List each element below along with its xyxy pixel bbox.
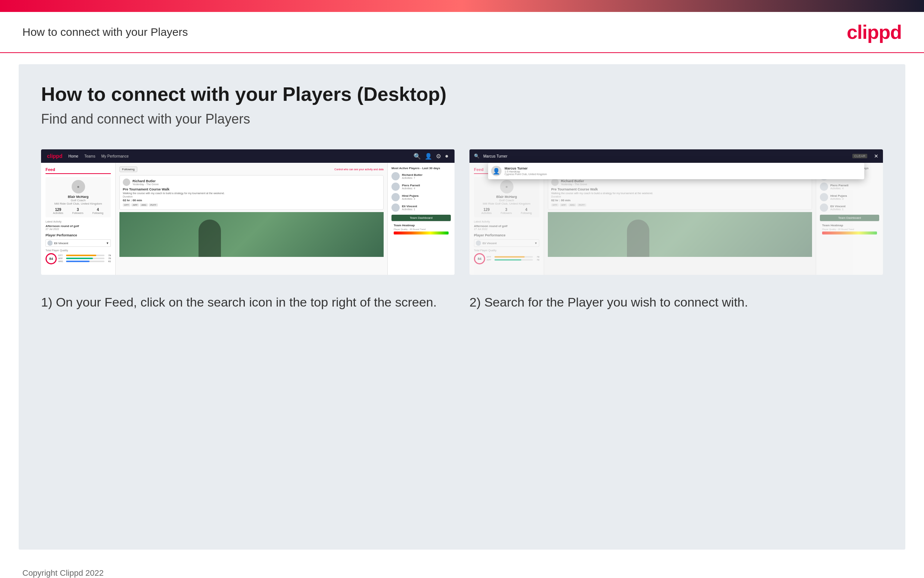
screenshot-1: clippd Home Teams My Performance 🔍 👤 ⚙ ●…: [41, 149, 455, 275]
steps-row: 1) On your Feed, click on the search ico…: [41, 294, 883, 312]
mini-player-perf-title: Player Performance: [45, 233, 111, 237]
mini-profile-card-2: ● Blair McHarg Golf Coach Mill Ride Golf…: [474, 177, 539, 217]
main-content: How to connect with your Players (Deskto…: [19, 64, 905, 550]
mini-content-area-1: Feed ● Blair McHarg Golf Coach Mill Ride…: [41, 163, 455, 275]
mini-player-dropdown-arrow: ▼: [106, 242, 109, 245]
avatar-icon[interactable]: ●: [445, 153, 448, 160]
screenshot-2: 🔍 Marcus Turner CLEAR ✕ 👤 Marcus Turner …: [469, 149, 883, 275]
hero-title: How to connect with your Players (Deskto…: [41, 83, 883, 105]
logo: clippd: [847, 21, 901, 43]
mini-player-select-2: Eli Vincent ▼: [474, 239, 539, 247]
mini-profile-card: ● Blair McHarg Golf Coach Mill Ride Golf…: [45, 177, 111, 217]
screenshots-row: clippd Home Teams My Performance 🔍 👤 ⚙ ●…: [41, 149, 883, 275]
mini-sidebar-1: Feed ● Blair McHarg Golf Coach Mill Ride…: [41, 163, 116, 275]
step-1-text: 1) On your Feed, click on the search ico…: [41, 294, 455, 312]
mini-nav-icons: 🔍 👤 ⚙ ●: [413, 153, 448, 160]
mini-quality-row: 84 OTT 79 APP: [45, 253, 111, 265]
mini-player-item-1: Richard Butler Activities: 7: [392, 172, 451, 180]
mini-player-select[interactable]: Eli Vincent ▼: [45, 239, 111, 247]
mini-activity-card: Richard Butler Yesterday - The Grove Pre…: [120, 175, 384, 210]
mini-search-result-location: Cypress Point Club, United Kingdom: [505, 173, 547, 175]
search-icon[interactable]: 🔍: [413, 153, 421, 160]
mini-dimmed-content: Feed ● Blair McHarg Golf Coach Mill Ride…: [469, 163, 883, 275]
mini-search-query[interactable]: Marcus Turner: [483, 154, 507, 158]
mini-search-icon: 🔍: [474, 153, 479, 159]
mini-stats-row-2: 129 Activities 3 Followers 4 Following: [477, 208, 536, 214]
mini-tags: OTT APP ARG PUTT: [123, 203, 380, 206]
mini-quality-bars: OTT 79 APP 70: [58, 254, 111, 263]
golf-image: [120, 212, 384, 257]
footer: Copyright Clippd 2022: [0, 561, 924, 578]
mini-search-result-name: Marcus Turner: [505, 167, 547, 170]
mini-feed-tab[interactable]: Feed: [45, 167, 111, 174]
latest-activity-name: Afternoon round of golf: [45, 224, 111, 228]
mini-profile-club-2: Mill Ride Golf Club, United Kingdom: [477, 202, 536, 205]
mini-active-players-title: Most Active Players - Last 30 days: [392, 167, 451, 170]
mini-profile-role: Golf Coach: [49, 199, 108, 202]
mini-player-avatar-1: [392, 172, 400, 180]
mini-bar-ott: OTT 79: [58, 254, 111, 257]
mini-profile-role-2: Golf Coach: [477, 199, 536, 202]
mini-selected-player-avatar: [47, 240, 53, 246]
mini-bar-app: APP 70: [58, 257, 111, 260]
mini-quality-label: Total Player Quality: [45, 249, 111, 252]
mini-stats-row: 129 Activities 3 Followers 4 Following: [49, 208, 108, 214]
mini-team-dashboard-btn-2: Team Dashboard: [820, 215, 879, 221]
mini-main-feed: Following Control who can see your activ…: [116, 163, 387, 275]
mini-stat-following: 4 Following: [92, 208, 104, 214]
mini-heatmap-bar: [394, 232, 448, 234]
mini-nav-teams[interactable]: Teams: [84, 154, 95, 158]
mini-profile-name: Blair McHarg: [49, 195, 108, 199]
profile-icon[interactable]: 👤: [425, 153, 432, 160]
latest-activity-label: Latest Activity: [45, 220, 111, 223]
golfer-silhouette: [199, 219, 221, 257]
mini-player-item-4: Eli Vincent Activities: 1: [392, 203, 451, 212]
mini-profile-avatar-2: ●: [500, 180, 513, 193]
mini-search-result-handicap: 1-5 Handicap: [505, 170, 547, 173]
mini-sidebar-2: Feed ● Blair McHarg Golf Coach Mill Ride…: [469, 163, 544, 275]
mini-player-perf-title-2: Player Performance: [474, 233, 539, 237]
mini-content-area-2: Feed ● Blair McHarg Golf Coach Mill Ride…: [469, 163, 883, 275]
mini-profile-club: Mill Ride Golf Club, United Kingdom: [49, 202, 108, 205]
mini-nav-my-performance[interactable]: My Performance: [101, 154, 128, 158]
header: How to connect with your Players clippd: [0, 12, 924, 53]
mini-close-btn[interactable]: ✕: [874, 153, 879, 159]
mini-selected-player-name: Eli Vincent: [54, 242, 68, 245]
mini-player-item-2: Piers Parnell Activities: 4: [392, 183, 451, 191]
mini-right-panel-2: Most Active Players - Last 30 days Richa…: [816, 163, 883, 275]
page-title: How to connect with your Players: [23, 26, 188, 39]
mini-bar-arg: ARG 61: [58, 260, 111, 263]
mini-player-item-3: Hiral Pujara Activities: 3: [392, 193, 451, 201]
mini-clear-btn[interactable]: CLEAR: [852, 154, 867, 158]
mini-following-bar: Following Control who can see your activ…: [120, 167, 384, 172]
mini-team-dashboard-btn[interactable]: Team Dashboard: [392, 215, 451, 221]
latest-activity-date: 27 Jul 2022: [45, 228, 111, 231]
mini-control-link[interactable]: Control who can see your activity and da…: [334, 168, 384, 170]
mini-activity-avatar: [123, 179, 130, 186]
mini-team-heatmap: Team Heatmap Player Quality - 20 Round T…: [392, 221, 451, 237]
mini-logo-1: clippd: [47, 153, 62, 159]
mini-stat-activities: 129 Activities: [53, 208, 63, 214]
mini-search-result-avatar: 👤: [491, 166, 502, 176]
mini-nav-home[interactable]: Home: [68, 154, 78, 158]
hero-subtitle: Find and connect with your Players: [41, 111, 883, 127]
mini-main-feed-2: Following ▼ Control who can see your act…: [544, 163, 816, 275]
mini-profile-avatar: ●: [72, 180, 85, 193]
mini-right-panel-1: Most Active Players - Last 30 days Richa…: [387, 163, 455, 275]
mini-search-result-card: 👤 Marcus Turner 1-5 Handicap Cypress Poi…: [488, 163, 864, 179]
mini-player-avatar-3: [392, 193, 400, 201]
mini-activity-header: Richard Butler Yesterday - The Grove: [123, 179, 380, 186]
mini-following-btn[interactable]: Following: [120, 167, 138, 172]
settings-icon[interactable]: ⚙: [436, 153, 441, 160]
step-2-text: 2) Search for the Player you wish to con…: [469, 294, 883, 312]
mini-search-bar: 🔍 Marcus Turner CLEAR ✕: [469, 149, 883, 163]
mini-player-avatar-2: [392, 183, 400, 191]
mini-search-result-item[interactable]: 👤 Marcus Turner 1-5 Handicap Cypress Poi…: [491, 166, 861, 176]
mini-activity-user-info: Richard Butler Yesterday - The Grove: [133, 179, 159, 185]
copyright-text: Copyright Clippd 2022: [23, 568, 104, 578]
mini-nav-1: clippd Home Teams My Performance 🔍 👤 ⚙ ●: [41, 149, 455, 163]
mini-stat-followers: 3 Followers: [73, 208, 84, 214]
mini-quality-score: 84: [45, 253, 57, 265]
mini-profile-name-2: Blair McHarg: [477, 195, 536, 199]
top-gradient-bar: [0, 0, 924, 12]
